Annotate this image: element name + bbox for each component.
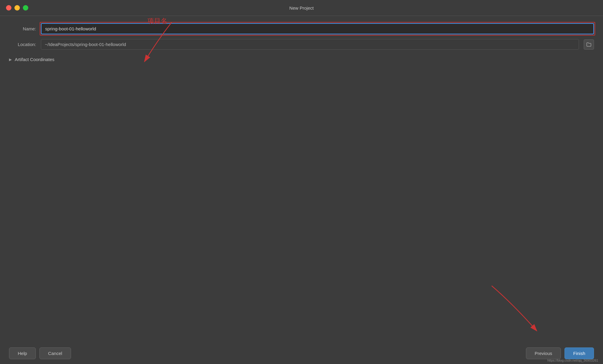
help-button[interactable]: Help <box>9 347 36 359</box>
footer: Help Cancel Previous Finish <box>0 343 603 364</box>
name-input-wrapper <box>41 23 594 34</box>
artifact-label: Artifact Coordinates <box>15 57 54 62</box>
dialog: New Project Name: Location: ▶ Artifac <box>0 0 603 364</box>
location-input[interactable] <box>41 39 579 50</box>
traffic-lights <box>6 5 28 11</box>
artifact-expand-icon: ▶ <box>9 57 12 62</box>
browse-button[interactable] <box>584 39 594 50</box>
title-bar: New Project <box>0 0 603 16</box>
main-content: Name: Location: ▶ Artifact Coordinates <box>0 16 603 343</box>
artifact-section[interactable]: ▶ Artifact Coordinates <box>9 56 594 63</box>
maximize-button[interactable] <box>23 5 28 11</box>
close-button[interactable] <box>6 5 11 11</box>
location-label: Location: <box>9 42 36 47</box>
name-label: Name: <box>9 26 36 31</box>
folder-icon <box>586 42 591 47</box>
previous-button[interactable]: Previous <box>526 347 561 359</box>
minimize-button[interactable] <box>14 5 20 11</box>
cancel-button[interactable]: Cancel <box>39 347 71 359</box>
footer-right: Previous Finish <box>526 347 594 359</box>
name-row: Name: <box>9 23 594 34</box>
dialog-title: New Project <box>289 5 314 11</box>
watermark: https://blog.csdn.net/qq_36903261 <box>547 359 598 362</box>
finish-button[interactable]: Finish <box>564 347 594 359</box>
name-input[interactable] <box>41 23 594 34</box>
location-row: Location: <box>9 39 594 50</box>
footer-left: Help Cancel <box>9 347 71 359</box>
